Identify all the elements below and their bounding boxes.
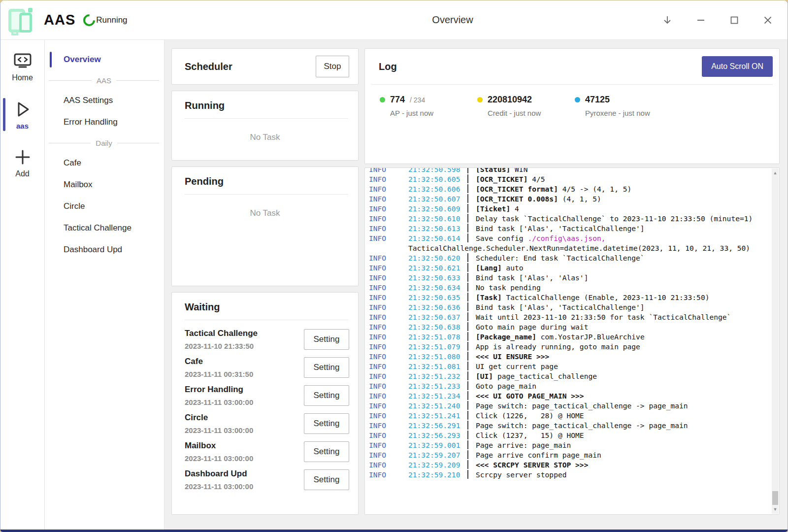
rail-item-label: Add xyxy=(15,169,29,178)
rail-item-add[interactable]: Add xyxy=(0,145,44,180)
code-monitor-icon xyxy=(12,51,33,71)
log-level: INFO xyxy=(369,312,408,322)
waiting-task-next-run: 2023-11-11 03:00:00 xyxy=(185,482,253,491)
log-timestamp: 21:32:50.609 xyxy=(408,204,461,214)
nav-item-aas-settings[interactable]: AAS Settings xyxy=(45,91,164,110)
running-title: Running xyxy=(185,100,348,111)
log-card: Log Auto Scroll ON 774/ 234AP - just now… xyxy=(364,48,780,164)
log-separator xyxy=(467,381,468,390)
log-line: INFO21:32:50.614Save config ./config\aas… xyxy=(369,233,763,253)
log-message: [OCR_TICKET format] 4/5 -> (4, 1, 5) xyxy=(476,185,631,193)
log-level: INFO xyxy=(369,440,408,450)
nav-item-mailbox[interactable]: Mailbox xyxy=(45,175,164,195)
log-message: [Task] TacticalChallenge (Enable, 2023-1… xyxy=(476,293,709,301)
pending-title: Pending xyxy=(185,176,348,187)
scroll-down-icon[interactable]: ▼ xyxy=(772,506,779,513)
stat-value: 220810942 xyxy=(488,95,532,105)
log-separator xyxy=(467,470,468,479)
log-separator xyxy=(467,411,468,420)
task-setting-button[interactable]: Setting xyxy=(304,385,349,406)
log-level: INFO xyxy=(369,283,408,293)
stat-label: Credit - just now xyxy=(477,109,575,117)
dashboard-stats: 774/ 234AP - just now220810942Credit - j… xyxy=(365,85,779,117)
log-timestamp: 21:32:50.613 xyxy=(408,224,461,233)
log-timestamp: 21:32:50.634 xyxy=(408,283,461,293)
log-line: INFO21:32:50.638Goto main page during wa… xyxy=(369,322,763,332)
log-timestamp: 21:32:56.293 xyxy=(408,431,461,440)
log-separator xyxy=(467,460,468,469)
log-scrollbar[interactable]: ▲ ▼ xyxy=(772,168,779,514)
log-message: [OCR_TICKET 0.008s] (4, 1, 5) xyxy=(476,195,601,203)
rail-item-aas[interactable]: aas xyxy=(0,97,44,132)
minimize-icon[interactable] xyxy=(690,9,712,31)
log-timestamp: 21:32:50.621 xyxy=(408,263,461,273)
log-message: <<< UI ENSURE >>> xyxy=(476,352,549,361)
stat-suffix: / 234 xyxy=(410,96,425,104)
log-level: INFO xyxy=(369,332,408,342)
log-separator xyxy=(467,431,468,439)
log-message: Goto page_main xyxy=(476,382,536,390)
stat-pyroxene: 47125Pyroxene - just now xyxy=(575,95,672,117)
log-separator xyxy=(467,283,468,292)
log-separator xyxy=(467,450,468,459)
log-separator xyxy=(467,401,468,410)
waiting-task-row: Circle2023-11-11 03:00:00Setting xyxy=(185,413,349,434)
log-level: INFO xyxy=(369,411,408,421)
log-message: <<< SCRCPY SERVER STOP >>> xyxy=(476,461,588,469)
nav-item-circle[interactable]: Circle xyxy=(45,197,164,216)
log-line: INFO21:32:51.241Click (1226, 28) @ HOME xyxy=(369,411,763,421)
nav-group-label: AAS xyxy=(97,76,111,85)
log-separator xyxy=(467,322,468,331)
log-level: INFO xyxy=(369,224,408,233)
log-line: INFO21:32:50.598[Status] WIN xyxy=(369,167,763,174)
stat-value: 774 xyxy=(390,95,405,105)
nav-item-cafe[interactable]: Cafe xyxy=(45,153,164,173)
log-timestamp: 21:32:50.638 xyxy=(408,322,461,332)
scrollbar-thumb[interactable] xyxy=(772,491,778,505)
nav-item-tactical-challenge[interactable]: Tactical Challenge xyxy=(45,218,164,238)
rail-item-home[interactable]: Home xyxy=(0,49,44,84)
nav-group-divider-daily: Daily xyxy=(45,134,164,152)
stat-dot-icon xyxy=(575,97,580,102)
waiting-task-next-run: 2023-11-11 03:00:00 xyxy=(185,454,253,463)
log-separator xyxy=(467,391,468,400)
log-message: [Ticket] 4 xyxy=(476,204,519,213)
log-line: INFO21:32:50.621[Lang] auto xyxy=(369,263,763,273)
stop-button[interactable]: Stop xyxy=(316,56,349,77)
log-level: INFO xyxy=(369,450,408,460)
log-level: INFO xyxy=(369,194,408,204)
scroll-up-icon[interactable]: ▲ xyxy=(772,169,779,176)
maximize-icon[interactable] xyxy=(723,9,745,31)
log-line: INFO21:32:50.620Scheduler: End task `Tac… xyxy=(369,253,763,263)
waiting-task-name: Dashboard Upd xyxy=(185,469,253,479)
log-level: INFO xyxy=(369,204,408,214)
waiting-task-row: Dashboard Upd2023-11-11 03:00:00Setting xyxy=(185,469,349,491)
running-spinner-icon xyxy=(81,12,98,29)
close-icon[interactable] xyxy=(757,9,779,31)
waiting-task-next-run: 2023-11-10 21:33:50 xyxy=(185,342,258,350)
nav-item-dashboard-upd[interactable]: Dashboard Upd xyxy=(45,240,164,260)
update-download-icon[interactable] xyxy=(657,9,678,31)
task-setting-button[interactable]: Setting xyxy=(304,357,349,378)
log-line: INFO21:32:50.634No task pending xyxy=(369,283,763,293)
scheduler-card: Scheduler Stop xyxy=(171,48,359,85)
log-level: INFO xyxy=(369,460,408,470)
task-setting-button[interactable]: Setting xyxy=(304,469,349,490)
log-line: INFO21:32:50.610Delay task `TacticalChal… xyxy=(369,214,763,224)
waiting-task-row: Cafe2023-11-11 00:31:50Setting xyxy=(185,357,349,378)
task-setting-button[interactable]: Setting xyxy=(304,441,349,462)
task-setting-button[interactable]: Setting xyxy=(304,329,349,350)
log-message: Delay task `TacticalChallenge` to 2023-1… xyxy=(476,214,753,223)
stat-dot-icon xyxy=(477,97,483,102)
auto-scroll-toggle[interactable]: Auto Scroll ON xyxy=(702,56,773,77)
play-icon xyxy=(12,99,33,120)
scheduler-title: Scheduler xyxy=(185,61,232,72)
task-setting-button[interactable]: Setting xyxy=(304,413,349,434)
nav-item-overview[interactable]: Overview xyxy=(45,50,164,69)
log-separator xyxy=(467,302,468,311)
log-line: INFO21:32:59.001Page arrive: page_main xyxy=(369,440,763,450)
nav-item-error-handling[interactable]: Error Handling xyxy=(45,112,164,132)
log-timestamp: 21:32:51.080 xyxy=(408,352,461,362)
log-level: INFO xyxy=(369,273,408,283)
log-console[interactable]: INFO21:32:50.598[Status] WININFO21:32:50… xyxy=(364,167,780,515)
